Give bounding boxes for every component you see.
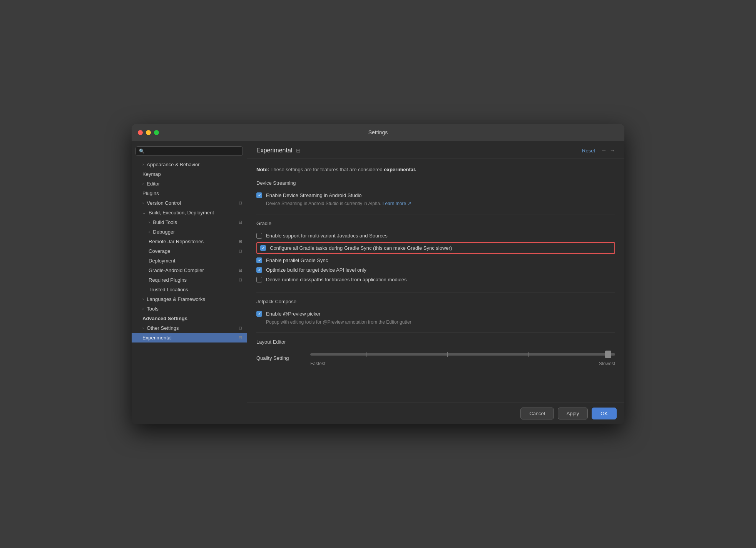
enable-preview-picker-checkbox[interactable]	[256, 311, 262, 317]
sidebar-item-label: Editor	[147, 181, 160, 187]
quality-setting-label: Quality Setting	[256, 355, 303, 361]
device-streaming-section: Device Streaming Enable Device Streaming…	[256, 180, 615, 206]
learn-more-link[interactable]: Learn more ↗	[383, 201, 411, 206]
search-icon: 🔍	[139, 149, 145, 154]
sidebar-item-keymap[interactable]: Keymap	[132, 169, 247, 179]
slider-min-label: Fastest	[310, 361, 325, 366]
sidebar-item-editor[interactable]: › Editor	[132, 179, 247, 189]
chevron-right-icon: ›	[142, 326, 144, 330]
main-content: 🔍 › Appearance & Behavior Keymap › Edito…	[132, 141, 624, 424]
sidebar-item-label: Gradle-Android Compiler	[149, 267, 204, 273]
note-text: Note: These settings are for features th…	[256, 167, 615, 172]
ok-button[interactable]: OK	[592, 408, 617, 419]
sync-icon: ⊟	[239, 249, 242, 254]
sidebar-item-gradle-android-compiler[interactable]: Gradle-Android Compiler ⊟	[132, 266, 247, 275]
sidebar-item-debugger[interactable]: › Debugger	[132, 227, 247, 237]
reset-button[interactable]: Reset	[582, 148, 595, 154]
configure-gradle-tasks-label: Configure all Gradle tasks during Gradle…	[270, 245, 452, 251]
sidebar-item-experimental[interactable]: Experimental ⊟	[132, 333, 247, 342]
enable-multivariant-label: Enable support for multi-variant Javadoc…	[266, 233, 388, 239]
note-bold: experimental.	[384, 167, 416, 172]
forward-arrow-icon[interactable]: →	[610, 147, 615, 154]
sidebar-item-deployment[interactable]: Deployment	[132, 256, 247, 266]
close-button[interactable]	[138, 130, 143, 135]
slider-tick	[447, 352, 448, 357]
optimize-build-checkbox[interactable]	[256, 267, 262, 273]
window-title: Settings	[368, 129, 388, 135]
sidebar-item-plugins[interactable]: Plugins	[132, 189, 247, 198]
sidebar-item-label: Build Tools	[153, 219, 177, 225]
slider-track[interactable]	[310, 353, 615, 356]
enable-parallel-gradle-label: Enable parallel Gradle Sync	[266, 257, 328, 263]
sidebar: 🔍 › Appearance & Behavior Keymap › Edito…	[132, 141, 247, 424]
main-panel: Experimental ⊟ Reset ← → Note: These set…	[247, 141, 624, 424]
divider-1	[256, 214, 615, 214]
sidebar-item-label: Deployment	[149, 258, 175, 264]
quality-setting-slider-container: Fastest Slowest	[310, 349, 615, 366]
traffic-lights	[138, 130, 159, 135]
sidebar-item-label: Tools	[147, 306, 158, 312]
device-streaming-title: Device Streaming	[256, 180, 615, 186]
slider-tick	[529, 352, 529, 357]
sidebar-item-advanced-settings[interactable]: Advanced Settings	[132, 314, 247, 323]
maximize-button[interactable]	[154, 130, 159, 135]
sync-icon: ⊟	[239, 220, 242, 225]
apply-button[interactable]: Apply	[558, 408, 588, 419]
enable-multivariant-row: Enable support for multi-variant Javadoc…	[256, 231, 615, 241]
layout-editor-title: Layout Editor	[256, 339, 615, 345]
configure-gradle-tasks-checkbox[interactable]	[260, 245, 266, 251]
sidebar-item-label: Coverage	[149, 248, 170, 254]
slider-labels: Fastest Slowest	[310, 361, 615, 366]
sidebar-item-label: Advanced Settings	[142, 316, 187, 321]
minimize-button[interactable]	[146, 130, 151, 135]
sidebar-item-trusted-locations[interactable]: Trusted Locations	[132, 285, 247, 294]
sidebar-item-build-tools[interactable]: › Build Tools ⊟	[132, 217, 247, 227]
panel-title: Experimental	[256, 147, 292, 154]
chevron-right-icon: ›	[149, 230, 150, 234]
sidebar-item-remote-jar[interactable]: Remote Jar Repositories ⊟	[132, 237, 247, 246]
sync-icon: ⊟	[239, 268, 242, 273]
sidebar-item-version-control[interactable]: › Version Control ⊟	[132, 198, 247, 208]
enable-preview-picker-label: Enable @Preview picker	[266, 311, 321, 317]
derive-runtime-checkbox[interactable]	[256, 277, 262, 282]
optimize-build-row: Optimize build for target device API lev…	[256, 265, 615, 275]
panel-header: Experimental ⊟ Reset ← →	[247, 141, 624, 159]
divider-2	[256, 292, 615, 292]
sidebar-item-label: Plugins	[142, 190, 159, 196]
sidebar-item-label: Build, Execution, Deployment	[149, 210, 214, 216]
panel-body: Note: These settings are for features th…	[247, 159, 624, 403]
chevron-right-icon: ›	[142, 201, 144, 205]
cancel-button[interactable]: Cancel	[520, 408, 554, 419]
chevron-down-icon: ⌄	[142, 211, 146, 215]
divider-3	[256, 332, 615, 333]
sidebar-item-build-exec-deploy[interactable]: ⌄ Build, Execution, Deployment	[132, 208, 247, 217]
gradle-section: Gradle Enable support for multi-variant …	[256, 221, 615, 284]
sidebar-item-appearance[interactable]: › Appearance & Behavior	[132, 160, 247, 169]
sidebar-item-coverage[interactable]: Coverage ⊟	[132, 246, 247, 256]
enable-device-streaming-row: Enable Device Streaming in Android Studi…	[256, 190, 615, 200]
search-bar[interactable]: 🔍	[135, 146, 243, 156]
enable-preview-picker-row: Enable @Preview picker	[256, 309, 615, 319]
sidebar-item-other-settings[interactable]: › Other Settings ⊟	[132, 323, 247, 333]
sidebar-item-label: Experimental	[142, 335, 172, 341]
chevron-right-icon: ›	[142, 307, 144, 311]
chevron-right-icon: ›	[142, 162, 144, 167]
enable-parallel-gradle-checkbox[interactable]	[256, 257, 262, 263]
slider-tick	[366, 352, 366, 357]
sync-icon: ⊟	[239, 277, 242, 282]
configure-gradle-tasks-row: Configure all Gradle tasks during Gradle…	[256, 242, 615, 254]
sidebar-item-required-plugins[interactable]: Required Plugins ⊟	[132, 275, 247, 285]
sidebar-item-label: Trusted Locations	[149, 287, 188, 292]
slider-tick-marks	[326, 352, 570, 357]
chevron-right-icon: ›	[142, 182, 144, 186]
sidebar-item-tools[interactable]: › Tools	[132, 304, 247, 314]
preview-picker-subtext: Popup with editing tools for @Preview an…	[266, 319, 615, 325]
sidebar-item-languages-frameworks[interactable]: › Languages & Frameworks	[132, 294, 247, 304]
slider-thumb[interactable]	[605, 351, 611, 358]
slider-max-label: Slowest	[599, 361, 615, 366]
nav-arrows: ← →	[601, 147, 615, 154]
search-input[interactable]	[147, 148, 239, 154]
enable-multivariant-checkbox[interactable]	[256, 233, 262, 239]
enable-device-streaming-checkbox[interactable]	[256, 192, 262, 198]
back-arrow-icon[interactable]: ←	[601, 147, 607, 154]
